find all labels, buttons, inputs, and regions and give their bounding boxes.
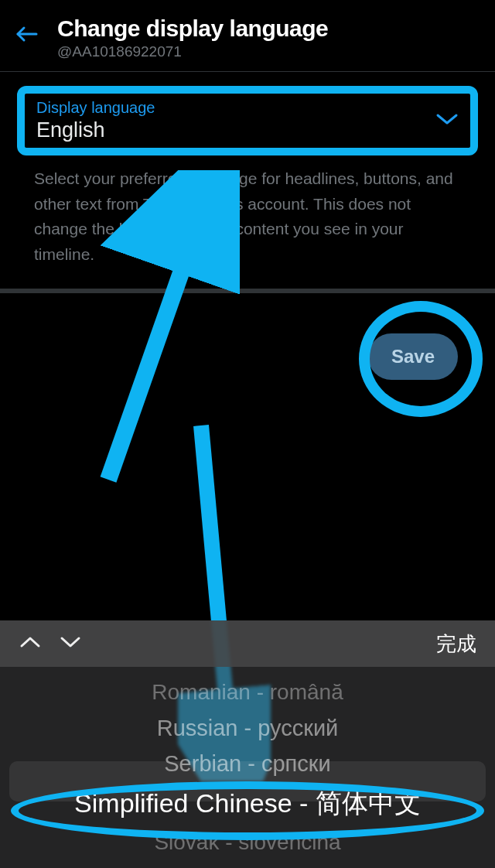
field-value: English xyxy=(36,118,155,142)
language-picker: 完成 Romanian - română Russian - русский S… xyxy=(0,620,495,868)
picker-done-button[interactable]: 完成 xyxy=(436,630,476,658)
helper-text: Select your preferred language for headl… xyxy=(0,151,495,289)
chevron-down-icon xyxy=(435,112,459,129)
username-label: @AA10186922071 xyxy=(57,43,483,60)
back-button[interactable] xyxy=(12,20,40,48)
header: Change display language @AA10186922071 xyxy=(0,0,495,72)
picker-next-button[interactable] xyxy=(59,634,82,654)
picker-option[interactable]: Russian - русский xyxy=(157,710,339,746)
chevron-down-icon xyxy=(59,634,82,651)
save-button[interactable]: Save xyxy=(368,333,458,380)
picker-option[interactable]: Slovak - slovenčina xyxy=(154,825,340,860)
picker-toolbar: 完成 xyxy=(0,620,495,667)
picker-option[interactable]: Romanian - română xyxy=(152,675,343,710)
display-language-dropdown[interactable]: Display language English xyxy=(23,91,472,151)
page-title: Change display language xyxy=(57,15,483,42)
arrow-left-icon xyxy=(15,25,38,43)
picker-selection-indicator xyxy=(9,761,486,801)
picker-wheel[interactable]: Romanian - română Russian - русский Serb… xyxy=(0,667,495,868)
chevron-up-icon xyxy=(19,634,42,651)
picker-prev-button[interactable] xyxy=(19,634,42,654)
field-label: Display language xyxy=(36,99,155,117)
